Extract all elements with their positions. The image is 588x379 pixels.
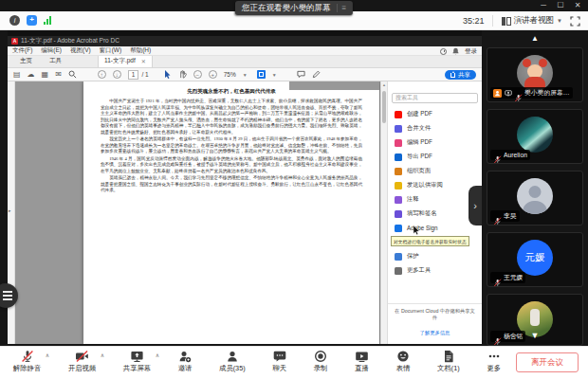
- vertical-scrollbar[interactable]: ▲: [380, 81, 387, 344]
- menu-window[interactable]: 窗口(W): [100, 46, 121, 55]
- pdf-page: 先烈英魂永垂不朽，红色基因代代传承 中国共产党诞生于 1921 年，当时的中国内…: [83, 81, 379, 344]
- print-icon[interactable]: ▦: [42, 70, 49, 80]
- participant-tile[interactable]: 李昊: [487, 171, 583, 226]
- export-pdf-icon: [395, 153, 402, 161]
- maximize-button[interactable]: ☐: [554, 0, 567, 11]
- members-icon: [226, 350, 239, 363]
- select-cursor-icon[interactable]: [164, 70, 172, 79]
- comment-bubble-icon[interactable]: [297, 70, 305, 79]
- leave-meeting-button[interactable]: 离开会议: [516, 352, 579, 372]
- more-button[interactable]: 更多: [487, 350, 501, 373]
- hand-tool-icon[interactable]: [178, 70, 187, 79]
- history-clock-icon[interactable]: [440, 48, 447, 55]
- tab-tools[interactable]: 工具: [42, 55, 69, 67]
- fullscreen-icon: [570, 16, 580, 27]
- avatar-initials: 元媛: [525, 251, 545, 264]
- share-icon: [450, 73, 455, 78]
- tool-combine-files[interactable]: 合并文件: [392, 121, 478, 135]
- tool-export-pdf[interactable]: 导出 PDF: [392, 150, 478, 164]
- chat-button[interactable]: 聊天: [272, 350, 286, 373]
- acrobat-tab-bar: 主页 工具 11-文字.pdf ✕: [8, 56, 482, 68]
- minimize-button[interactable]: ─: [537, 0, 550, 11]
- acrobat-titlebar: A 11-文字.pdf - Adobe Acrobat Pro DC: [8, 36, 482, 46]
- tool-edit-pdf[interactable]: 编辑 PDF: [392, 135, 478, 150]
- invite-button[interactable]: 邀请: [178, 350, 193, 373]
- zoom-out-icon[interactable]: −: [193, 70, 202, 79]
- pencil-icon[interactable]: [312, 70, 321, 79]
- search-icon[interactable]: [68, 70, 77, 79]
- page-number-input[interactable]: 1: [128, 70, 139, 80]
- tool-send-for-review[interactable]: 发送以供审阅: [392, 178, 478, 192]
- scroll-up-icon[interactable]: ▲: [531, 34, 539, 43]
- view-mode-label: 演讲者视图: [514, 15, 555, 27]
- zoom-in-icon[interactable]: +: [209, 70, 217, 79]
- tool-protect[interactable]: 保护: [392, 249, 478, 263]
- participant-name: 樊小樊的屏幕…: [524, 88, 570, 98]
- scroll-down-icon[interactable]: ▼: [531, 331, 540, 340]
- document-paragraph: 1946 年 4 月，国民党反动派悍然发动全面内战，解放战争的炮火席卷大地。他随…: [101, 156, 362, 175]
- share-document-button[interactable]: 共享: [445, 70, 476, 80]
- share-options-caret[interactable]: ∧: [156, 352, 159, 358]
- chat-bubble-icon: [273, 350, 286, 363]
- banner-menu-icon[interactable]: ≡: [336, 4, 346, 12]
- tool-comment[interactable]: 注释: [392, 192, 478, 207]
- zoom-level[interactable]: 75%: [224, 71, 236, 78]
- tool-fill-sign[interactable]: 填写和签名: [392, 207, 478, 221]
- documents-button[interactable]: 文档(1): [437, 350, 460, 373]
- audio-options-caret[interactable]: ∧: [46, 352, 49, 358]
- menu-edit[interactable]: 编辑(E): [41, 46, 62, 55]
- fullscreen-button[interactable]: [570, 16, 580, 27]
- mouse-pointer-icon: [413, 226, 420, 235]
- acrobat-app-icon: A: [11, 38, 18, 45]
- page-up-icon[interactable]: ↑: [98, 70, 106, 79]
- cloud-icon[interactable]: ☁: [28, 70, 35, 80]
- tool-create-pdf[interactable]: 创建 PDF: [392, 107, 478, 121]
- document-area[interactable]: 先烈英魂永垂不朽，红色基因代代传承 中国共产党诞生于 1921 年，当时的中国内…: [15, 81, 380, 344]
- security-shield-icon[interactable]: +: [27, 15, 37, 26]
- share-screen-icon: [130, 350, 144, 363]
- close-button[interactable]: ✕: [571, 0, 584, 11]
- fit-page-icon[interactable]: [257, 70, 266, 79]
- live-stream-button[interactable]: 直播: [355, 350, 369, 373]
- record-button[interactable]: 录制: [314, 350, 328, 373]
- acrobat-window: A 11-文字.pdf - Adobe Acrobat Pro DC 文件(F)…: [8, 36, 482, 344]
- tool-organize-pages[interactable]: 组织页面: [392, 164, 478, 178]
- unmute-button[interactable]: 解除静音 ∧: [13, 350, 41, 373]
- tab-close-icon[interactable]: ✕: [141, 58, 146, 64]
- emoji-button[interactable]: 表情: [396, 350, 411, 373]
- start-video-button[interactable]: 开启视频 ∧: [68, 350, 96, 373]
- learn-more-link[interactable]: 了解更多信息: [420, 330, 450, 336]
- scrollbar-thumb[interactable]: [382, 91, 386, 123]
- participant-tile[interactable]: Aurelion: [487, 109, 583, 164]
- tool-adobe-sign[interactable]: Adobe Sign: [392, 221, 478, 235]
- tab-document[interactable]: 11-文字.pdf ✕: [98, 54, 153, 67]
- save-icon[interactable]: ▤: [13, 70, 21, 80]
- window-controls: ─ ☐ ✕: [537, 0, 584, 11]
- meeting-info-icon[interactable]: i: [9, 15, 20, 26]
- sidebar-collapse-handle[interactable]: ›: [469, 186, 482, 226]
- participant-name-chip: 杨舍铭: [490, 331, 525, 342]
- mic-muted-icon: [514, 89, 523, 98]
- participant-tile-sharer[interactable]: 樊小樊的屏幕…: [487, 47, 583, 102]
- signin-link[interactable]: 登录: [465, 47, 477, 56]
- tab-home[interactable]: 主页: [12, 55, 40, 67]
- bell-icon[interactable]: [452, 47, 459, 55]
- video-options-caret[interactable]: ∧: [101, 352, 104, 358]
- menu-view[interactable]: 视图(V): [70, 46, 91, 55]
- page-down-icon[interactable]: ↓: [113, 70, 121, 79]
- participant-tile[interactable]: 元媛 王元媛: [487, 232, 583, 287]
- mic-muted-icon: [493, 274, 502, 282]
- mic-muted-icon: [493, 333, 502, 341]
- tool-more-tools[interactable]: 更多工具: [392, 263, 478, 278]
- tools-search-input[interactable]: [392, 93, 478, 103]
- zoom-caret-icon[interactable]: ▼: [243, 72, 248, 78]
- members-button[interactable]: 成员(35): [219, 350, 246, 373]
- page-indicator[interactable]: 1 / 1: [128, 70, 149, 80]
- menu-help[interactable]: 帮助(H): [130, 46, 151, 55]
- chevron-down-icon: ▼: [557, 18, 562, 24]
- menu-file[interactable]: 文件(F): [12, 46, 32, 55]
- share-screen-button[interactable]: 共享屏幕 ∧: [123, 350, 151, 373]
- fit-caret-icon[interactable]: ▼: [272, 72, 277, 78]
- email-icon[interactable]: ✉: [55, 70, 62, 80]
- view-mode-button[interactable]: 演讲者视图 ▼: [492, 15, 562, 27]
